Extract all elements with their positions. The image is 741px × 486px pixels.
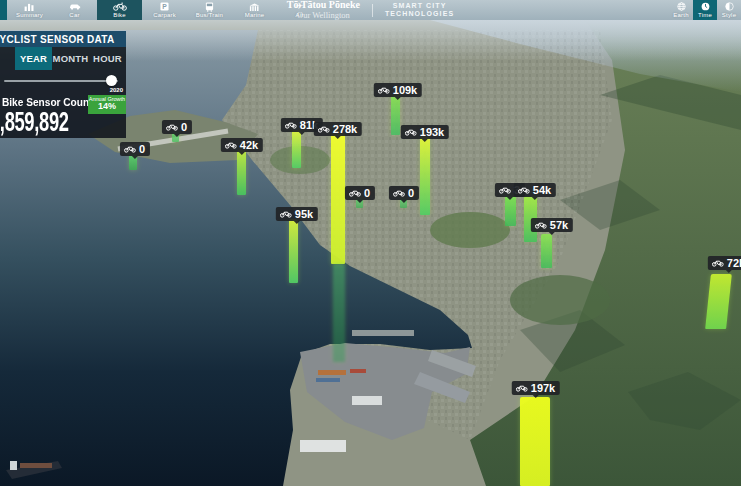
marker-value: 0	[139, 144, 145, 155]
svg-text:P: P	[162, 3, 167, 10]
sensor-column	[289, 219, 298, 283]
bike-icon	[318, 125, 330, 133]
nav-item-summary[interactable]: Summary	[7, 0, 52, 20]
nav-left-group: Summary Car Bike P Carpark Bus/Train Mar…	[7, 0, 322, 20]
marker-value: 0	[181, 122, 187, 133]
bar-chart-icon	[24, 2, 35, 11]
map-marker[interactable]: 54k	[514, 183, 556, 197]
bike-icon	[499, 186, 511, 194]
marker-value: 0	[364, 188, 370, 199]
carpark-icon: P	[160, 2, 169, 11]
map-marker[interactable]: 72k	[708, 256, 741, 270]
bike-icon	[113, 2, 127, 11]
sensor-column	[520, 397, 550, 486]
brand-line2: TECHNOLOGIES	[385, 10, 454, 18]
bike-icon	[712, 259, 724, 267]
nav-item-label: Earth	[673, 12, 688, 18]
nav-item-label: Bike	[113, 12, 125, 18]
panel-title-text: CYCLIST SENSOR DATA	[0, 34, 115, 45]
map-marker[interactable]: 193k	[401, 125, 449, 139]
clock-icon	[701, 2, 710, 11]
nav-item-label: Car	[69, 12, 79, 18]
slider-year-label: 2020	[110, 87, 123, 93]
sensor-column	[420, 137, 430, 215]
tab-month[interactable]: MONTH	[52, 47, 89, 70]
marker-value: 193k	[420, 127, 444, 138]
nav-item-label: Bus/Train	[196, 12, 223, 18]
plane-icon: ✈	[296, 2, 304, 11]
map-marker[interactable]: 197k	[512, 381, 560, 395]
tab-year[interactable]: YEAR	[15, 47, 52, 70]
bike-icon	[349, 189, 361, 197]
title-divider	[372, 4, 373, 17]
bike-icon	[280, 210, 292, 218]
nav-item-marine[interactable]: Marine	[232, 0, 277, 20]
sensor-count-block: Bike Sensor Count Annual Growth 14% 1,85…	[0, 94, 126, 138]
panel-title: CYCLIST SENSOR DATA	[0, 31, 126, 47]
sensor-column	[541, 234, 552, 268]
map-marker[interactable]: 0	[389, 186, 419, 200]
bike-icon	[378, 86, 390, 94]
period-tabs: YEAR MONTH HOUR	[0, 47, 126, 70]
marker-value: 57k	[550, 220, 568, 231]
marker-value: 0	[408, 188, 414, 199]
brand-line1: SMART CITY	[385, 2, 454, 10]
smart-city-dashboard: 0 0 42k 81k 278k 109k 193k 95k 0 0 3 54k…	[0, 0, 741, 486]
sensor-column	[292, 130, 301, 168]
bike-icon	[124, 145, 136, 153]
map-marker[interactable]: 109k	[374, 83, 422, 97]
bike-icon	[166, 123, 178, 131]
nav-item-label: Air	[296, 12, 304, 18]
nav-item-label: Summary	[16, 12, 43, 18]
marker-value: 197k	[531, 383, 555, 394]
top-navbar: Summary Car Bike P Carpark Bus/Train Mar…	[0, 0, 741, 20]
nav-item-air[interactable]: ✈ Air	[277, 0, 322, 20]
bike-icon	[393, 189, 405, 197]
car-icon	[69, 2, 81, 11]
nav-accent-strip	[0, 0, 7, 20]
annual-growth-badge: Annual Growth 14%	[88, 95, 126, 114]
nav-item-earth[interactable]: Earth	[669, 0, 693, 20]
nav-item-label: Time	[698, 12, 712, 18]
nav-item-style[interactable]: Style	[717, 0, 741, 20]
bike-icon	[516, 384, 528, 392]
sensor-column	[333, 264, 345, 362]
bike-icon	[405, 128, 417, 136]
nav-item-label: Style	[722, 12, 736, 18]
brand-title: SMART CITY TECHNOLOGIES	[385, 2, 454, 19]
contrast-icon	[725, 2, 734, 11]
bus-icon	[205, 2, 214, 11]
sensor-column	[505, 196, 516, 226]
sensor-column	[331, 134, 345, 264]
slider-handle[interactable]	[106, 75, 117, 86]
growth-value: 14%	[88, 102, 126, 112]
nav-item-time[interactable]: Time	[693, 0, 717, 20]
nav-item-carpark[interactable]: P Carpark	[142, 0, 187, 20]
year-slider[interactable]: 2020	[0, 70, 126, 94]
marine-icon	[249, 2, 260, 11]
sensor-column	[391, 95, 400, 135]
map-marker[interactable]: 0	[162, 120, 192, 134]
map-marker[interactable]: 0	[345, 186, 375, 200]
bike-icon	[518, 186, 530, 194]
marker-value: 54k	[533, 185, 551, 196]
map-marker[interactable]: 95k	[276, 207, 318, 221]
nav-item-bike[interactable]: Bike	[97, 0, 142, 20]
map-marker[interactable]: 278k	[314, 122, 362, 136]
map-marker[interactable]: 42k	[221, 138, 263, 152]
globe-icon	[677, 2, 686, 11]
bike-icon	[225, 141, 237, 149]
sensor-column	[237, 150, 246, 195]
nav-item-car[interactable]: Car	[52, 0, 97, 20]
count-value: 1,859,892	[0, 108, 82, 136]
slider-track[interactable]	[4, 80, 118, 82]
nav-item-label: Marine	[245, 12, 265, 18]
nav-item-label: Carpark	[153, 12, 176, 18]
map-marker[interactable]: 57k	[531, 218, 573, 232]
map-marker[interactable]: 0	[120, 142, 150, 156]
bike-icon	[535, 221, 547, 229]
tab-hour[interactable]: HOUR	[89, 47, 126, 70]
nav-item-bus-train[interactable]: Bus/Train	[187, 0, 232, 20]
marker-value: 42k	[240, 140, 258, 151]
marker-value: 278k	[333, 124, 357, 135]
